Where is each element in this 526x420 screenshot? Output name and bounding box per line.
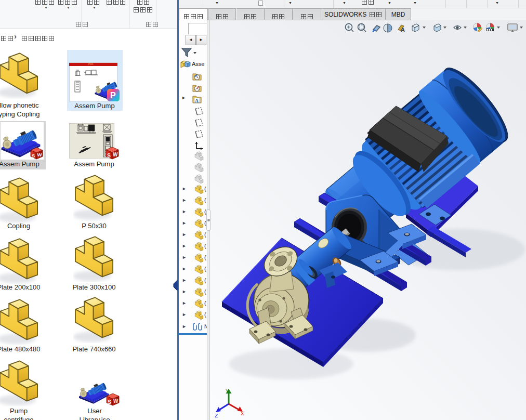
svg-text:A: A xyxy=(401,27,405,33)
svg-text:Y: Y xyxy=(226,388,229,395)
svg-text:Z: Z xyxy=(215,413,218,419)
svg-text:P: P xyxy=(110,91,116,100)
svg-text:X: X xyxy=(241,411,244,417)
